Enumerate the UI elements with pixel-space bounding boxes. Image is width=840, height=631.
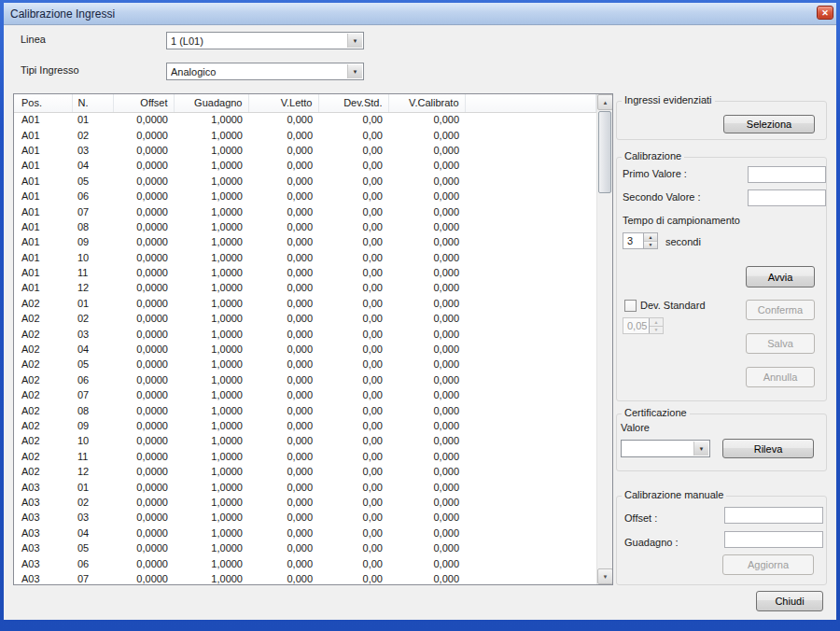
tempo-spinner[interactable]: 3 ▲ ▼ (623, 232, 658, 249)
guadagno-label: Guadagno : (624, 537, 679, 548)
scroll-thumb[interactable] (598, 111, 611, 193)
table-row[interactable]: A01100,00001,00000,0000,000,000 (14, 250, 596, 265)
conferma-button[interactable]: Conferma (746, 300, 815, 320)
spin-up-icon[interactable]: ▲ (644, 233, 657, 241)
table-row[interactable]: A03020,00001,00000,0000,000,000 (14, 495, 596, 510)
table-row[interactable]: A02020,00001,00000,0000,000,000 (14, 311, 596, 326)
column-header-vcalibrato[interactable]: V.Calibrato (388, 94, 465, 112)
tipi-ingresso-label: Tipi Ingresso (21, 64, 79, 76)
dev-standard-label[interactable]: Dev. Standard (640, 300, 706, 311)
inputs-table: Pos. N. Offset Guadagno V.Letto Dev.Std.… (13, 93, 613, 585)
table-row[interactable]: A01080,00001,00000,0000,000,000 (14, 219, 596, 234)
table-row[interactable]: A01020,00001,00000,0000,000,000 (14, 127, 596, 142)
close-button[interactable]: ✕ (817, 6, 833, 20)
guadagno-input[interactable] (724, 531, 823, 548)
avvia-button[interactable]: Avvia (746, 266, 815, 287)
dev-standard-checkbox[interactable] (624, 300, 637, 312)
table-row[interactable]: A02100,00001,00000,0000,000,000 (14, 433, 596, 448)
column-header-empty[interactable] (465, 94, 596, 112)
table-row[interactable]: A02070,00001,00000,0000,000,000 (14, 387, 596, 402)
primo-valore-input[interactable] (748, 166, 826, 183)
dev-standard-spinner-value: 0,05 (623, 318, 649, 333)
group-ingressi-title: Ingressi evidenziati (622, 94, 715, 105)
table-row[interactable]: A01010,00001,00000,0000,000,000 (14, 112, 596, 127)
table-row[interactable]: A02060,00001,00000,0000,000,000 (14, 372, 596, 387)
annulla-button[interactable]: Annulla (746, 367, 815, 387)
table-row[interactable]: A01030,00001,00000,0000,000,000 (14, 143, 596, 158)
offset-label: Offset : (624, 512, 657, 524)
table-row[interactable]: A01110,00001,00000,0000,000,000 (14, 265, 596, 280)
table-row[interactable]: A02010,00001,00000,0000,000,000 (14, 296, 596, 311)
table-row[interactable]: A03060,00001,00000,0000,000,000 (14, 555, 596, 570)
group-certificazione-title: Certificazione (622, 407, 690, 418)
linea-select[interactable]: 1 (L01) ▼ (166, 32, 364, 49)
table-row[interactable]: A01070,00001,00000,0000,000,000 (14, 203, 596, 218)
column-header-offset[interactable]: Offset (113, 94, 174, 112)
table-row[interactable]: A03040,00001,00000,0000,000,000 (14, 526, 596, 540)
seleziona-button[interactable]: Seleziona (723, 115, 815, 133)
column-header-devstd[interactable]: Dev.Std. (318, 94, 388, 112)
group-calibrazione-manuale-title: Calibrazione manuale (622, 489, 726, 500)
offset-input[interactable] (724, 507, 823, 524)
linea-label: Linea (21, 34, 46, 45)
table-row[interactable]: A01060,00001,00000,0000,000,000 (14, 189, 596, 203)
table-row[interactable]: A01050,00001,00000,0000,000,000 (14, 174, 596, 189)
tipi-ingresso-select[interactable]: Analogico ▼ (166, 63, 364, 80)
table-row[interactable]: A03010,00001,00000,0000,000,000 (14, 479, 596, 494)
group-calibrazione-title: Calibrazione (622, 150, 684, 161)
certificazione-select[interactable]: ▼ (621, 440, 710, 457)
column-header-pos[interactable]: Pos. (14, 94, 72, 112)
spin-up-icon[interactable]: ▲ (650, 318, 663, 326)
primo-valore-label: Primo Valore : (623, 168, 687, 179)
tipi-ingresso-select-value: Analogico (171, 63, 346, 79)
group-ingressi-evidenziati: Ingressi evidenziati Seleziona (616, 101, 827, 140)
titlebar[interactable]: Calibrazione Ingressi ✕ (4, 3, 836, 25)
window-title: Calibrazione Ingressi (10, 7, 115, 21)
table-row[interactable]: A02040,00001,00000,0000,000,000 (14, 342, 596, 357)
table-row[interactable]: A03070,00001,00000,0000,000,000 (14, 571, 596, 585)
secondo-valore-input[interactable] (748, 189, 826, 206)
certificazione-select-value (625, 441, 693, 456)
table-row[interactable]: A02120,00001,00000,0000,000,000 (14, 464, 596, 479)
bottom-frame (0, 620, 840, 631)
table-row[interactable]: A01120,00001,00000,0000,000,000 (14, 280, 596, 295)
table-row[interactable]: A01040,00001,00000,0000,000,000 (14, 158, 596, 173)
table-row[interactable]: A02030,00001,00000,0000,000,000 (14, 326, 596, 341)
table-row[interactable]: A02110,00001,00000,0000,000,000 (14, 449, 596, 464)
aggiorna-button[interactable]: Aggiorna (722, 554, 814, 575)
salva-button[interactable]: Salva (746, 333, 815, 354)
chevron-down-icon: ▼ (693, 442, 708, 456)
scroll-up-icon[interactable]: ▲ (597, 94, 613, 110)
vertical-scrollbar[interactable]: ▲ ▼ (596, 94, 612, 584)
spin-down-icon[interactable]: ▼ (644, 241, 657, 249)
table-row[interactable]: A01090,00001,00000,0000,000,000 (14, 234, 596, 249)
group-calibrazione: Calibrazione Primo Valore : Secondo Valo… (616, 157, 827, 401)
table-row[interactable]: A02090,00001,00000,0000,000,000 (14, 418, 596, 433)
dev-standard-spinner[interactable]: 0,05 ▲ ▼ (623, 317, 664, 334)
window: Calibrazione Ingressi ✕ Linea 1 (L01) ▼ … (0, 0, 840, 631)
secondi-label: secondi (665, 236, 701, 247)
secondo-valore-label: Secondo Valore : (623, 191, 701, 203)
spin-down-icon[interactable]: ▼ (650, 326, 663, 334)
rileva-button[interactable]: Rileva (722, 439, 814, 458)
table-row[interactable]: A02080,00001,00000,0000,000,000 (14, 402, 596, 417)
table-row[interactable]: A03050,00001,00000,0000,000,000 (14, 540, 596, 555)
chevron-down-icon: ▼ (347, 64, 362, 78)
table-row[interactable]: A03030,00001,00000,0000,000,000 (14, 510, 596, 525)
table-header-row: Pos. N. Offset Guadagno V.Letto Dev.Std.… (14, 94, 596, 112)
client-area: Linea 1 (L01) ▼ Tipi Ingresso Analogico … (4, 25, 836, 620)
chiudi-button[interactable]: Chiudi (756, 591, 823, 611)
column-header-n[interactable]: N. (72, 94, 113, 112)
table-body: A01010,00001,00000,0000,000,000A01020,00… (14, 112, 596, 585)
column-header-guadagno[interactable]: Guadagno (174, 94, 248, 112)
chevron-down-icon: ▼ (347, 34, 362, 48)
scroll-down-icon[interactable]: ▼ (597, 568, 613, 584)
group-calibrazione-manuale: Calibrazione manuale Offset : Guadagno :… (616, 496, 827, 585)
table-row[interactable]: A02050,00001,00000,0000,000,000 (14, 357, 596, 372)
tempo-campionamento-label: Tempo di campionamento (623, 215, 740, 226)
valore-label: Valore (621, 422, 650, 433)
column-header-vletto[interactable]: V.Letto (248, 94, 318, 112)
group-certificazione: Certificazione Valore ▼ Rileva (616, 414, 827, 471)
tempo-spinner-value: 3 (623, 233, 643, 248)
linea-select-value: 1 (L01) (171, 33, 346, 49)
